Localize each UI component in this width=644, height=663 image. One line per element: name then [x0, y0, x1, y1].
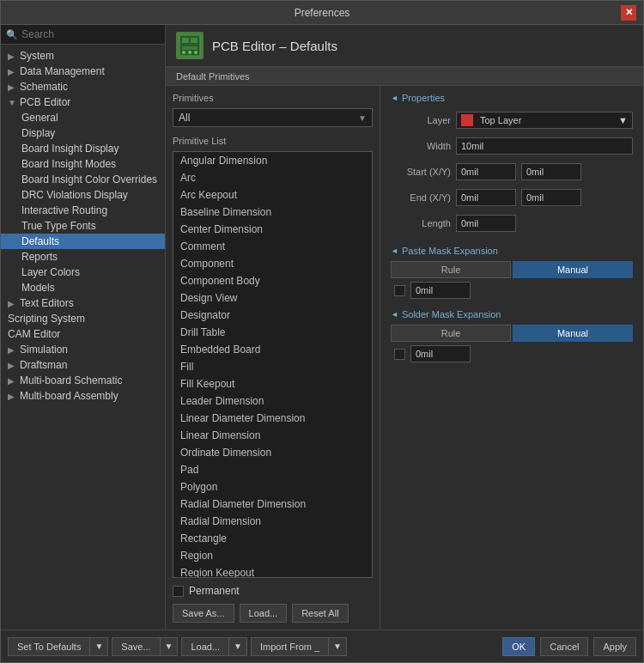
list-item[interactable]: Arc Keepout	[173, 186, 372, 204]
search-icon: 🔍	[6, 29, 18, 40]
import-from-button[interactable]: Import From _	[251, 637, 328, 656]
solder-mask-manual-btn[interactable]: Manual	[513, 325, 633, 342]
list-item[interactable]: Baseline Dimension	[173, 204, 372, 221]
paste-mask-value-input[interactable]	[410, 282, 471, 299]
sidebar-item-multi-board-assembly[interactable]: ▶ Multi-board Assembly	[1, 388, 165, 404]
solder-mask-rule-btn[interactable]: Rule	[391, 325, 511, 342]
sidebar-item-board-insight-display[interactable]: Board Insight Display	[1, 141, 165, 156]
paste-mask-section: Paste Mask Expansion Rule Manual	[391, 246, 633, 299]
search-input[interactable]	[21, 28, 160, 40]
solder-mask-toggle: Rule Manual	[391, 325, 633, 342]
layer-select[interactable]: Top Layer ▼	[456, 112, 633, 129]
list-item[interactable]: Region	[173, 547, 372, 564]
permanent-checkbox[interactable]	[173, 586, 184, 597]
list-item[interactable]: Designator	[173, 307, 372, 324]
search-box[interactable]: 🔍	[1, 25, 165, 45]
sidebar-item-label: Defaults	[21, 235, 59, 247]
list-item[interactable]: Linear Dimension	[173, 427, 372, 444]
save-button[interactable]: Save...	[112, 637, 159, 656]
paste-mask-title: Paste Mask Expansion	[391, 246, 633, 256]
list-item[interactable]: Drill Table	[173, 324, 372, 341]
import-from-dropdown[interactable]: ▼	[328, 637, 347, 656]
sidebar-item-schematic[interactable]: ▶ Schematic	[1, 79, 165, 94]
paste-mask-checkbox[interactable]	[394, 285, 405, 296]
sidebar-item-board-insight-color-overrides[interactable]: Board Insight Color Overrides	[1, 172, 165, 187]
end-x-input[interactable]	[456, 189, 516, 206]
list-item[interactable]: Angular Dimension	[173, 152, 372, 169]
list-item[interactable]: Ordinate Dimension	[173, 444, 372, 461]
primitive-list-label: Primitive List	[173, 136, 373, 146]
sidebar-item-reports[interactable]: Reports	[1, 249, 165, 265]
sidebar-item-simulation[interactable]: ▶ Simulation	[1, 342, 165, 357]
reset-all-button[interactable]: Reset All	[292, 604, 348, 623]
sidebar-item-cam-editor[interactable]: CAM Editor	[1, 326, 165, 342]
primitives-select[interactable]: All ▼	[173, 108, 373, 127]
sidebar-item-label: Multi-board Schematic	[20, 374, 122, 386]
sidebar-item-draftsman[interactable]: ▶ Draftsman	[1, 357, 165, 373]
load-button[interactable]: Load...	[181, 637, 228, 656]
sidebar-item-label: Schematic	[20, 81, 68, 93]
list-item[interactable]: Radial Dimension	[173, 513, 372, 530]
width-row: Width	[391, 137, 633, 155]
list-item[interactable]: Region Keepout	[173, 564, 372, 578]
sidebar-item-text-editors[interactable]: ▶ Text Editors	[1, 295, 165, 311]
sidebar-item-layer-colors[interactable]: Layer Colors	[1, 265, 165, 280]
sidebar-item-pcb-editor[interactable]: ▼ PCB Editor	[1, 94, 165, 110]
sidebar-item-drc-violations[interactable]: DRC Violations Display	[1, 187, 165, 203]
solder-mask-value-input[interactable]	[410, 345, 471, 362]
solder-mask-value-row	[391, 345, 633, 362]
start-row: Start (X/Y)	[391, 163, 633, 180]
width-input[interactable]	[456, 137, 633, 155]
list-item[interactable]: Pad	[173, 461, 372, 478]
set-to-defaults-button[interactable]: Set To Defaults	[8, 637, 89, 656]
sidebar-item-board-insight-modes[interactable]: Board Insight Modes	[1, 156, 165, 172]
load-button[interactable]: Load...	[240, 604, 288, 623]
sidebar-item-scripting-system[interactable]: Scripting System	[1, 311, 165, 326]
list-item[interactable]: Comment	[173, 238, 372, 255]
load-dropdown[interactable]: ▼	[228, 637, 247, 656]
list-item[interactable]: Arc	[173, 169, 372, 186]
paste-mask-manual-btn[interactable]: Manual	[513, 261, 633, 278]
solder-mask-checkbox[interactable]	[394, 349, 405, 360]
sidebar-item-display[interactable]: Display	[1, 125, 165, 141]
list-item[interactable]: Center Dimension	[173, 221, 372, 238]
cancel-button[interactable]: Cancel	[540, 637, 588, 656]
list-item[interactable]: Fill Keepout	[173, 375, 372, 392]
apply-button[interactable]: Apply	[593, 637, 636, 656]
list-item[interactable]: Component	[173, 255, 372, 272]
ok-button[interactable]: OK	[502, 637, 535, 656]
list-item[interactable]: Radial Diameter Dimension	[173, 496, 372, 513]
save-as-button[interactable]: Save As...	[173, 604, 234, 623]
paste-mask-rule-btn[interactable]: Rule	[391, 261, 511, 278]
pcb-icon	[176, 32, 204, 59]
list-item[interactable]: Linear Diameter Dimension	[173, 410, 372, 427]
save-dropdown[interactable]: ▼	[160, 637, 179, 656]
sidebar-item-defaults[interactable]: Defaults	[1, 234, 165, 249]
list-item[interactable]: Leader Dimension	[173, 392, 372, 410]
start-x-input[interactable]	[456, 163, 516, 180]
svg-rect-1	[182, 38, 189, 43]
list-item[interactable]: Polygon	[173, 478, 372, 496]
start-y-input[interactable]	[521, 163, 581, 180]
preferences-dialog: Preferences ✕ 🔍 ▶ System ▶ Data Manageme…	[0, 0, 644, 663]
length-label: Length	[391, 218, 451, 228]
solder-mask-title: Solder Mask Expansion	[391, 309, 633, 319]
sidebar-item-label: True Type Fonts	[21, 220, 96, 232]
list-item[interactable]: Embedded Board	[173, 341, 372, 358]
list-item[interactable]: Design View	[173, 289, 372, 307]
sidebar-item-models[interactable]: Models	[1, 280, 165, 295]
sidebar-item-data-management[interactable]: ▶ Data Management	[1, 64, 165, 79]
sidebar-item-interactive-routing[interactable]: Interactive Routing	[1, 203, 165, 218]
sidebar-item-multi-board-schematic[interactable]: ▶ Multi-board Schematic	[1, 373, 165, 388]
list-item[interactable]: Component Body	[173, 272, 372, 289]
sidebar-item-label: Simulation	[20, 344, 68, 356]
sidebar-item-system[interactable]: ▶ System	[1, 48, 165, 64]
list-item[interactable]: Rectangle	[173, 530, 372, 547]
list-item[interactable]: Fill	[173, 358, 372, 375]
end-y-input[interactable]	[521, 189, 581, 206]
set-to-defaults-dropdown[interactable]: ▼	[89, 637, 108, 656]
length-input[interactable]	[456, 215, 516, 232]
sidebar-item-general[interactable]: General	[1, 110, 165, 125]
close-button[interactable]: ✕	[621, 5, 636, 21]
sidebar-item-true-type-fonts[interactable]: True Type Fonts	[1, 218, 165, 234]
